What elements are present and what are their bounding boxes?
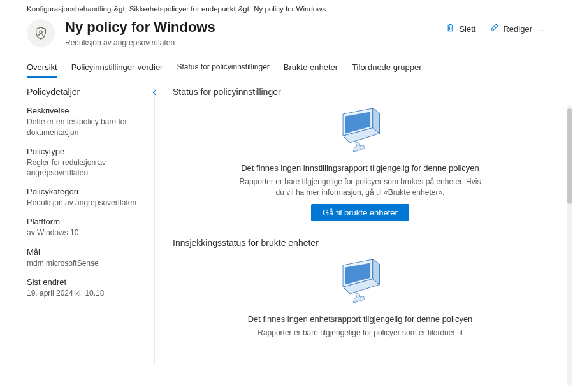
page-header: Ny policy for Windows Reduksjon av angre… — [0, 17, 573, 47]
type-label: Policytype — [27, 147, 147, 156]
checkin-status-title: Innsjekkingsstatus for brukte enheter — [173, 238, 548, 248]
breadcrumb-sep: &gt; — [113, 5, 127, 13]
desc-value: Dette er en testpolicy bare for dokument… — [27, 117, 147, 137]
breadcrumb-item-config[interactable]: Konfigurasjonsbehandling — [27, 5, 111, 13]
edit-label: Rediger — [503, 24, 532, 34]
modified-value: 19. april 2024 kl. 10.18 — [27, 288, 147, 298]
modified-label: Sist endret — [27, 277, 147, 287]
edit-button[interactable]: Rediger … — [488, 20, 546, 37]
breadcrumb-item-endpoint[interactable]: Sikkerhetspolicyer for endepunkt — [129, 5, 236, 13]
settings-status-empty-desc: Rapporter er bare tilgjengelige for poli… — [239, 177, 481, 197]
tab-assigned-groups[interactable]: Tilordnede grupper — [352, 59, 421, 77]
checkin-status-section: Innsjekkingsstatus for brukte enheter De… — [173, 238, 548, 338]
settings-status-empty-title: Det finnes ingen innstillingsrapport til… — [198, 163, 522, 173]
pencil-icon — [490, 23, 499, 34]
policy-details-title: Policydetaljer — [27, 87, 80, 97]
breadcrumb: Konfigurasjonsbehandling &gt; Sikkerhets… — [0, 0, 573, 17]
breadcrumb-item-current: Ny policy for Windows — [254, 5, 326, 13]
scrollbar-thumb[interactable] — [567, 108, 572, 204]
tab-settings-values[interactable]: Policyinnstillinger-verdier — [71, 59, 163, 77]
settings-status-title: Status for policyinnstillinger — [173, 87, 548, 97]
trash-icon — [446, 23, 455, 34]
checkin-status-empty-title: Det finnes ingen enhetsrapport tilgjenge… — [198, 314, 522, 324]
desc-label: Beskrivelse — [27, 106, 147, 115]
settings-status-section: Status for policyinnstillinger Det finne… — [173, 87, 548, 221]
page-subtitle: Reduksjon av angrepsoverflaten — [65, 38, 444, 47]
go-to-devices-button[interactable]: Gå til brukte enheter — [311, 204, 409, 221]
main-content: Status for policyinnstillinger Det finne… — [154, 87, 563, 365]
category-value: Reduksjon av angrepsoverflaten — [27, 198, 147, 208]
policy-details-panel: Policydetaljer Beskrivelse Dette er en t… — [27, 87, 154, 365]
platform-label: Plattform — [27, 217, 147, 226]
category-label: Policykategori — [27, 187, 147, 196]
page-title: Ny policy for Windows — [65, 19, 215, 36]
collapse-panel-button[interactable] — [150, 88, 159, 99]
checkin-status-empty-desc: Rapporter er bare tilgjengelige for poli… — [239, 328, 481, 338]
target-value: mdm,microsoftSense — [27, 258, 147, 268]
platform-value: av Windows 10 — [27, 228, 147, 238]
svg-marker-5 — [353, 142, 365, 152]
delete-button[interactable]: Slett — [444, 20, 477, 37]
tab-settings-status[interactable]: Status for policyinnstillinger — [177, 59, 269, 77]
tab-applied-devices[interactable]: Brukte enheter — [284, 59, 338, 77]
tabs: Oversikt Policyinnstillinger-verdier Sta… — [0, 47, 573, 78]
target-label: Mål — [27, 247, 147, 257]
tab-overview[interactable]: Oversikt — [27, 59, 57, 77]
breadcrumb-sep: &gt; — [238, 5, 252, 13]
type-value: Regler for reduksjon av angrepsoverflate… — [27, 157, 147, 178]
svg-point-0 — [40, 31, 42, 33]
delete-label: Slett — [459, 24, 475, 34]
monitor-icon — [331, 259, 389, 304]
policy-shield-icon — [27, 19, 55, 47]
monitor-icon — [331, 108, 389, 153]
svg-marker-10 — [353, 293, 365, 303]
overflow-dots: … — [536, 25, 545, 33]
